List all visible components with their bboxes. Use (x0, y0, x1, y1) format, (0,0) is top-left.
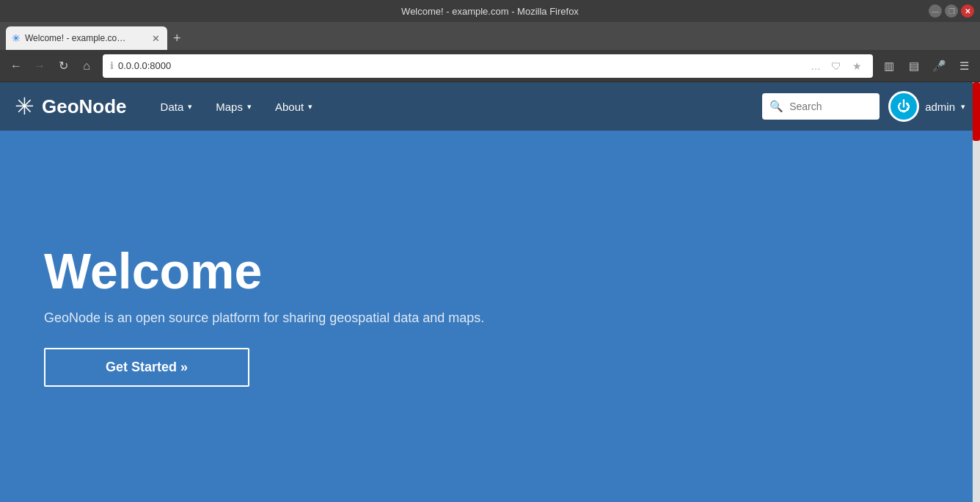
close-button[interactable]: ✕ (961, 4, 974, 18)
nav-item-about[interactable]: About ▾ (263, 82, 324, 131)
search-box[interactable]: 🔍 (762, 93, 880, 120)
bookmark-button[interactable]: ★ (848, 57, 866, 75)
tab-bar: ✳ Welcome! - example.co… ✕ + (0, 22, 980, 50)
browser-tab-active[interactable]: ✳ Welcome! - example.co… ✕ (6, 26, 167, 50)
nav-item-data[interactable]: Data ▾ (149, 82, 205, 131)
about-dropdown-icon: ▾ (308, 102, 312, 112)
tab-close-button[interactable]: ✕ (150, 32, 161, 44)
home-button[interactable]: ⌂ (76, 56, 97, 76)
search-input[interactable] (789, 101, 872, 112)
search-icon: 🔍 (769, 100, 783, 113)
reload-button[interactable]: ↻ (53, 56, 73, 76)
power-icon: ⏻ (888, 91, 919, 122)
window-title: Welcome! - example.com - Mozilla Firefox (401, 6, 579, 17)
info-icon: ℹ (110, 60, 114, 71)
address-bar[interactable]: ℹ 0.0.0.0:8000 … 🛡 ★ (103, 54, 873, 78)
username-label: admin (925, 101, 955, 113)
geonode-navbar: ✳ GeoNode Data ▾ Maps ▾ About ▾ 🔍 ⏻ (0, 82, 980, 131)
mic-button[interactable]: 🎤 (929, 56, 949, 76)
nav-menu: Data ▾ Maps ▾ About ▾ (149, 82, 763, 131)
tab-title: Welcome! - example.co… (25, 33, 145, 43)
user-dropdown-icon: ▾ (961, 102, 965, 112)
os-titlebar: Welcome! - example.com - Mozilla Firefox… (0, 0, 980, 22)
menu-button[interactable]: ☰ (954, 56, 974, 76)
hero-section: Welcome GeoNode is an open source platfo… (0, 131, 980, 502)
forward-button[interactable]: → (29, 56, 50, 76)
nav-right: 🔍 ⏻ admin ▾ (762, 91, 965, 122)
browser-toolbar-right: ▥ ▤ 🎤 ☰ (879, 56, 974, 76)
user-menu-button[interactable]: ⏻ admin ▾ (888, 91, 965, 122)
minimize-button[interactable]: — (929, 4, 942, 18)
shield-button[interactable]: 🛡 (827, 57, 845, 75)
maps-dropdown-icon: ▾ (247, 102, 252, 112)
get-started-button[interactable]: Get Started » (44, 348, 249, 387)
browser-chrome: ✳ Welcome! - example.co… ✕ + ← → ↻ ⌂ ℹ 0… (0, 22, 980, 82)
address-text: 0.0.0.0:8000 (118, 60, 802, 71)
hero-title: Welcome (44, 246, 936, 296)
logo-icon: ✳ (15, 92, 34, 120)
logo-text: GeoNode (42, 95, 127, 118)
back-button[interactable]: ← (6, 56, 26, 76)
maximize-button[interactable]: ❐ (945, 4, 958, 18)
sidebar-button[interactable]: ▤ (904, 56, 924, 76)
new-tab-button[interactable]: + (167, 26, 187, 50)
hero-subtitle: GeoNode is an open source platform for s… (44, 310, 936, 326)
more-options-button[interactable]: … (807, 57, 824, 75)
scrollbar-thumb[interactable] (973, 82, 980, 141)
library-button[interactable]: ▥ (879, 56, 899, 76)
website-content: ✳ GeoNode Data ▾ Maps ▾ About ▾ 🔍 ⏻ (0, 82, 980, 502)
window-controls: — ❐ ✕ (929, 4, 974, 18)
address-bar-row: ← → ↻ ⌂ ℹ 0.0.0.0:8000 … 🛡 ★ ▥ ▤ 🎤 ☰ (0, 50, 980, 82)
geonode-logo-link[interactable]: ✳ GeoNode (15, 92, 127, 120)
data-dropdown-icon: ▾ (188, 102, 192, 112)
scrollbar-track[interactable] (973, 82, 980, 502)
nav-item-maps[interactable]: Maps ▾ (204, 82, 263, 131)
address-actions: … 🛡 ★ (807, 57, 866, 75)
tab-favicon-icon: ✳ (12, 32, 21, 44)
